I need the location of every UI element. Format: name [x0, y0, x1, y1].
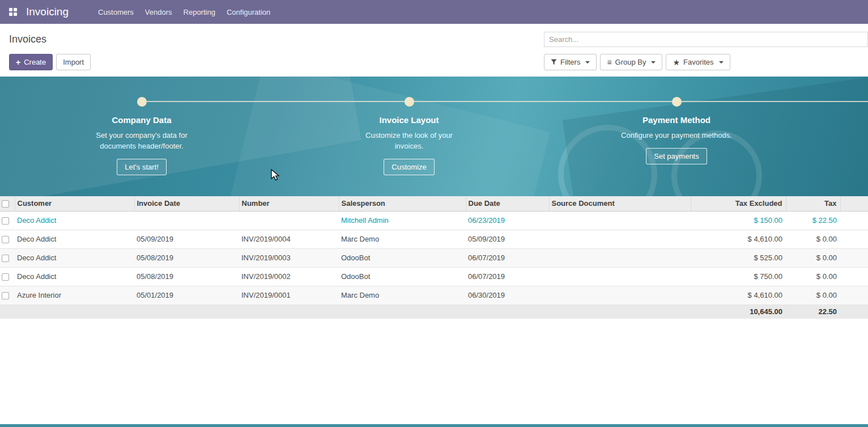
app-name[interactable]: Invoicing — [26, 6, 69, 18]
cell-source-document — [549, 286, 691, 305]
row-select-cell — [0, 230, 15, 248]
create-button[interactable]: + Create — [9, 54, 53, 70]
cell-invoice-date: 05/01/2019 — [134, 286, 239, 305]
invoice-table-row[interactable]: Deco Addict 05/08/2019 INV/2019/0003 Odo… — [0, 248, 868, 267]
cell-tax-excluded: $ 4,610.00 — [691, 230, 786, 248]
filters-button[interactable]: Filters — [544, 54, 597, 70]
plus-icon: + — [16, 58, 20, 67]
invoice-table-row[interactable]: Deco Addict Mitchell Admin 06/23/2019 $ … — [0, 211, 868, 230]
table-header-row: Customer Invoice Date Number Salesperson… — [0, 196, 868, 211]
cell-customer: Deco Addict — [15, 267, 134, 286]
column-header-salesperson[interactable]: Salesperson — [339, 196, 466, 211]
cell-salesperson: Marc Demo — [339, 286, 466, 305]
cell-number — [239, 211, 339, 230]
column-header-tax-excluded[interactable]: Tax Excluded — [691, 196, 786, 211]
empty-area — [0, 319, 868, 424]
onboarding-step-payment-method: Payment Method Configure your payment me… — [597, 97, 756, 164]
row-select-cell — [0, 248, 15, 267]
totals-empty-cell — [0, 305, 15, 319]
invoice-table: Customer Invoice Date Number Salesperson… — [0, 196, 868, 319]
column-header-invoice-date[interactable]: Invoice Date — [134, 196, 239, 211]
row-select-cell — [0, 267, 15, 286]
favorites-button-label: Favorites — [683, 58, 713, 66]
invoice-list: Customer Invoice Date Number Salesperson… — [0, 196, 868, 319]
cell-number: INV/2019/0002 — [239, 267, 339, 286]
cell-invoice-date: 05/09/2019 — [134, 230, 239, 248]
select-all-cell — [0, 196, 15, 211]
cell-source-document — [549, 248, 691, 267]
column-header-spacer — [840, 196, 868, 211]
total-tax-excluded: 10,645.00 — [691, 305, 786, 319]
invoice-table-row[interactable]: Deco Addict 05/08/2019 INV/2019/0002 Odo… — [0, 267, 868, 286]
search-input[interactable] — [544, 32, 868, 47]
cell-due-date: 06/23/2019 — [466, 211, 549, 230]
top-navbar: Invoicing Customers Vendors Reporting Co… — [0, 0, 868, 24]
favorites-button[interactable]: ★ Favorites — [666, 54, 730, 70]
invoice-table-row[interactable]: Azure Interior 05/01/2019 INV/2019/0001 … — [0, 286, 868, 305]
step-title: Invoice Layout — [379, 115, 439, 125]
column-header-number[interactable]: Number — [239, 196, 339, 211]
cell-customer: Deco Addict — [15, 230, 134, 248]
step-title: Company Data — [112, 115, 171, 125]
control-panel: Invoices + Create Import Filters ≡ Group… — [0, 24, 868, 77]
row-checkbox[interactable] — [2, 292, 9, 299]
menu-customers[interactable]: Customers — [92, 0, 139, 24]
cell-salesperson: OdooBot — [339, 248, 466, 267]
column-header-tax[interactable]: Tax — [786, 196, 840, 211]
onboarding-progress-line — [142, 101, 868, 102]
cell-tax: $ 0.00 — [786, 286, 840, 305]
caret-down-icon — [651, 61, 656, 64]
select-all-checkbox[interactable] — [2, 200, 9, 208]
cell-spacer — [840, 286, 868, 305]
cell-spacer — [840, 248, 868, 267]
import-button[interactable]: Import — [56, 54, 91, 70]
cell-spacer — [840, 230, 868, 248]
cell-due-date: 06/07/2019 — [466, 267, 549, 286]
cell-due-date: 05/09/2019 — [466, 230, 549, 248]
import-button-label: Import — [63, 58, 84, 66]
cell-salesperson: Marc Demo — [339, 230, 466, 248]
star-icon: ★ — [673, 58, 680, 66]
row-select-cell — [0, 211, 15, 230]
cell-due-date: 06/07/2019 — [466, 248, 549, 267]
customize-button[interactable]: Customize — [384, 159, 434, 175]
navbar-menus: Customers Vendors Reporting Configuratio… — [92, 0, 276, 24]
menu-reporting[interactable]: Reporting — [178, 0, 221, 24]
column-header-source-document[interactable]: Source Document — [549, 196, 691, 211]
menu-vendors[interactable]: Vendors — [139, 0, 178, 24]
caret-down-icon — [585, 61, 590, 64]
invoice-table-row[interactable]: Deco Addict 05/09/2019 INV/2019/0004 Mar… — [0, 230, 868, 248]
cell-number: INV/2019/0001 — [239, 286, 339, 305]
create-button-label: Create — [24, 58, 46, 66]
lets-start-button[interactable]: Let's start! — [117, 159, 167, 175]
cell-source-document — [549, 230, 691, 248]
column-header-due-date[interactable]: Due Date — [466, 196, 549, 211]
cell-source-document — [549, 267, 691, 286]
cell-tax-excluded: $ 750.00 — [691, 267, 786, 286]
step-dot-icon — [672, 97, 682, 107]
set-payments-button[interactable]: Set payments — [646, 148, 707, 164]
apps-menu-icon[interactable] — [9, 8, 17, 16]
total-tax: 22.50 — [786, 305, 840, 319]
column-header-customer[interactable]: Customer — [15, 196, 134, 211]
cell-customer: Azure Interior — [15, 286, 134, 305]
cell-spacer — [840, 211, 868, 230]
filters-button-label: Filters — [560, 58, 580, 66]
menu-configuration[interactable]: Configuration — [221, 0, 276, 24]
step-dot-icon — [137, 97, 147, 107]
step-description: Set your company's data for documents he… — [90, 130, 194, 151]
row-checkbox[interactable] — [2, 217, 9, 225]
cell-invoice-date — [134, 211, 239, 230]
row-checkbox[interactable] — [2, 273, 9, 281]
group-by-button[interactable]: ≡ Group By — [600, 54, 662, 70]
row-checkbox[interactable] — [2, 236, 9, 243]
filter-icon — [551, 59, 557, 65]
cell-salesperson: OdooBot — [339, 267, 466, 286]
cell-salesperson: Mitchell Admin — [339, 211, 466, 230]
cell-source-document — [549, 211, 691, 230]
step-description: Configure your payment methods. — [611, 130, 742, 141]
row-select-cell — [0, 286, 15, 305]
page-title: Invoices — [9, 33, 544, 45]
row-checkbox[interactable] — [2, 255, 9, 262]
bottom-edge-strip — [0, 424, 868, 427]
